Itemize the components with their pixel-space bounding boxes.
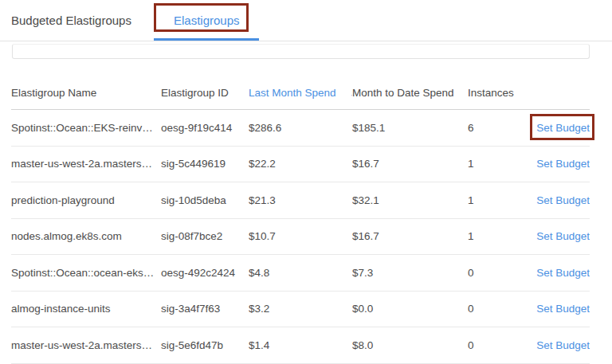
set-budget-link[interactable]: Set Budget (536, 303, 590, 315)
last-month-spend-cell: $21.3 (249, 182, 352, 219)
action-cell: Set Budget (532, 255, 590, 292)
elastigroups-spend-page: Budgeted Elastigroups Elastigroups Elast… (0, 0, 612, 364)
month-to-date-spend-cell: $7.3 (352, 255, 468, 292)
last-month-spend-cell: $1.4 (249, 327, 352, 364)
set-budget-link[interactable]: Set Budget (536, 230, 590, 242)
month-to-date-spend-cell: $32.1 (352, 182, 468, 219)
table-row: Spotinst::Ocean::EKS-reinv…oesg-9f19c414… (11, 110, 590, 147)
instances-cell: 0 (468, 291, 532, 327)
last-month-spend-cell: $4.8 (249, 255, 352, 292)
column-header-instances[interactable]: Instances (468, 76, 532, 110)
tab-bar: Budgeted Elastigroups Elastigroups (0, 0, 612, 41)
last-month-spend-cell: $3.2 (249, 291, 352, 327)
elastigroup-id-cell: sig-5e6fd47b (161, 327, 249, 364)
set-budget-link[interactable]: Set Budget (536, 339, 590, 351)
month-to-date-spend-cell: $185.1 (352, 110, 468, 147)
column-header-actions (532, 76, 590, 110)
set-budget-link[interactable]: Set Budget (536, 158, 590, 170)
last-month-spend-cell: $286.6 (249, 110, 352, 147)
active-tab-underline (154, 38, 259, 41)
elastigroup-name-cell: Spotinst::Ocean::EKS-reinv… (11, 110, 161, 147)
action-cell: Set Budget (532, 291, 590, 327)
table-row: master-us-west-2a.masters…sig-5c449619$2… (11, 146, 590, 182)
last-month-spend-cell: $22.2 (249, 146, 352, 182)
table-filter-box[interactable] (12, 44, 590, 59)
table-row: prediction-playgroundsig-10d5deba$21.3$3… (11, 182, 590, 219)
elastigroup-id-cell: sig-10d5deba (161, 182, 249, 219)
month-to-date-spend-cell: $16.7 (352, 146, 468, 182)
month-to-date-spend-cell: $8.0 (352, 327, 468, 364)
elastigroup-name-cell: prediction-playground (11, 182, 161, 219)
instances-cell: 1 (468, 146, 532, 182)
table-row: master-us-west-2a.masters…sig-5e6fd47b$1… (11, 327, 590, 364)
column-header-last-month-spend[interactable]: Last Month Spend ↓ (249, 76, 352, 110)
elastigroup-id-cell: oesg-9f19c414 (161, 110, 249, 147)
table-body: Spotinst::Ocean::EKS-reinv…oesg-9f19c414… (11, 110, 590, 364)
elastigroup-name-cell: master-us-west-2a.masters… (11, 327, 161, 364)
tab-label: Budgeted Elastigroups (11, 14, 131, 27)
elastigroups-table: Elastigroup Name Elastigroup ID Last Mon… (11, 76, 590, 364)
instances-cell: 0 (468, 255, 532, 292)
elastigroup-id-cell: sig-5c449619 (161, 146, 249, 182)
action-cell: Set Budget (532, 327, 590, 364)
tab-budgeted-elastigroups[interactable]: Budgeted Elastigroups (11, 0, 131, 41)
instances-cell: 6 (468, 110, 532, 147)
action-cell: Set Budget (532, 218, 590, 255)
set-budget-link[interactable]: Set Budget (536, 122, 590, 134)
elastigroup-id-cell: oesg-492c2424 (161, 255, 249, 292)
set-budget-link[interactable]: Set Budget (536, 267, 590, 279)
elastigroup-id-cell: sig-3a4f7f63 (161, 291, 249, 327)
column-header-month-to-date-spend[interactable]: Month to Date Spend (352, 76, 468, 110)
instances-cell: 1 (468, 182, 532, 219)
table-header-row: Elastigroup Name Elastigroup ID Last Mon… (11, 76, 590, 110)
action-cell: Set Budget (532, 146, 590, 182)
elastigroup-name-cell: Spotinst::Ocean::ocean-eks… (11, 255, 161, 292)
month-to-date-spend-cell: $16.7 (352, 218, 468, 255)
set-budget-link[interactable]: Set Budget (536, 194, 590, 206)
elastigroup-id-cell: sig-08f7bce2 (161, 218, 249, 255)
tab-elastigroups[interactable]: Elastigroups (174, 0, 240, 41)
column-header-elastigroup-name[interactable]: Elastigroup Name (11, 76, 161, 110)
tab-label: Elastigroups (174, 14, 240, 27)
instances-cell: 0 (468, 327, 532, 364)
last-month-spend-cell: $10.7 (249, 218, 352, 255)
action-cell: Set Budget (532, 182, 590, 219)
elastigroup-name-cell: nodes.almog.ek8s.com (11, 218, 161, 255)
table-row: almog-instance-unitssig-3a4f7f63$3.2$0.0… (11, 291, 590, 327)
column-header-elastigroup-id[interactable]: Elastigroup ID (161, 76, 249, 110)
elastigroup-name-cell: almog-instance-units (11, 291, 161, 327)
instances-cell: 1 (468, 218, 532, 255)
table-row: nodes.almog.ek8s.comsig-08f7bce2$10.7$16… (11, 218, 590, 255)
elastigroup-name-cell: master-us-west-2a.masters… (11, 146, 161, 182)
month-to-date-spend-cell: $0.0 (352, 291, 468, 327)
action-cell: Set Budget (532, 110, 590, 147)
table-row: Spotinst::Ocean::ocean-eks…oesg-492c2424… (11, 255, 590, 292)
column-header-label: Last Month Spend (249, 87, 336, 99)
